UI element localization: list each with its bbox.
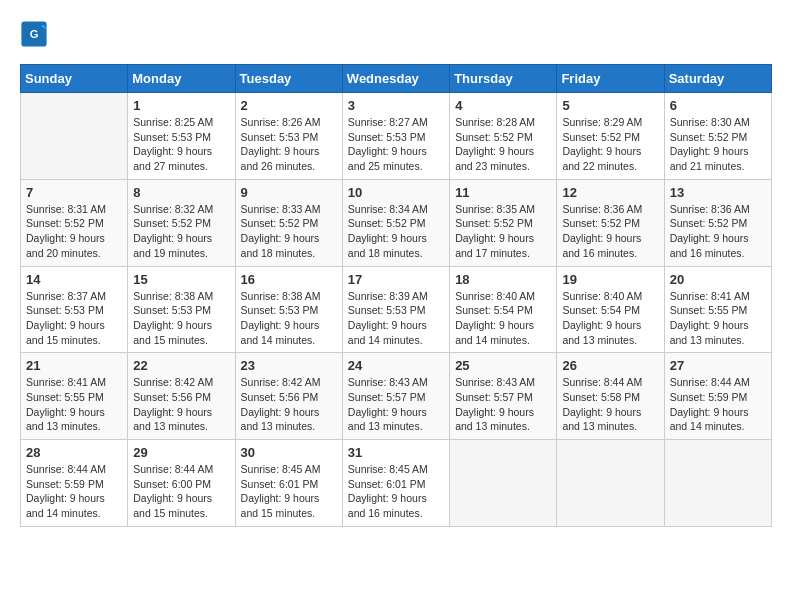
day-info: Sunrise: 8:34 AMSunset: 5:52 PMDaylight:… [348, 202, 444, 261]
calendar-cell: 8 Sunrise: 8:32 AMSunset: 5:52 PMDayligh… [128, 179, 235, 266]
calendar-week-3: 14 Sunrise: 8:37 AMSunset: 5:53 PMDaylig… [21, 266, 772, 353]
day-info: Sunrise: 8:37 AMSunset: 5:53 PMDaylight:… [26, 289, 122, 348]
calendar-cell: 10 Sunrise: 8:34 AMSunset: 5:52 PMDaylig… [342, 179, 449, 266]
day-number: 28 [26, 445, 122, 460]
day-number: 10 [348, 185, 444, 200]
logo: G [20, 20, 52, 48]
day-number: 6 [670, 98, 766, 113]
calendar-cell: 26 Sunrise: 8:44 AMSunset: 5:58 PMDaylig… [557, 353, 664, 440]
day-info: Sunrise: 8:41 AMSunset: 5:55 PMDaylight:… [670, 289, 766, 348]
day-info: Sunrise: 8:42 AMSunset: 5:56 PMDaylight:… [241, 375, 337, 434]
calendar-cell: 1 Sunrise: 8:25 AMSunset: 5:53 PMDayligh… [128, 93, 235, 180]
day-info: Sunrise: 8:40 AMSunset: 5:54 PMDaylight:… [562, 289, 658, 348]
day-info: Sunrise: 8:44 AMSunset: 5:58 PMDaylight:… [562, 375, 658, 434]
day-info: Sunrise: 8:38 AMSunset: 5:53 PMDaylight:… [133, 289, 229, 348]
day-info: Sunrise: 8:39 AMSunset: 5:53 PMDaylight:… [348, 289, 444, 348]
day-number: 15 [133, 272, 229, 287]
day-info: Sunrise: 8:42 AMSunset: 5:56 PMDaylight:… [133, 375, 229, 434]
day-info: Sunrise: 8:32 AMSunset: 5:52 PMDaylight:… [133, 202, 229, 261]
calendar-cell: 18 Sunrise: 8:40 AMSunset: 5:54 PMDaylig… [450, 266, 557, 353]
day-info: Sunrise: 8:27 AMSunset: 5:53 PMDaylight:… [348, 115, 444, 174]
day-number: 3 [348, 98, 444, 113]
weekday-friday: Friday [557, 65, 664, 93]
day-info: Sunrise: 8:36 AMSunset: 5:52 PMDaylight:… [670, 202, 766, 261]
calendar-body: 1 Sunrise: 8:25 AMSunset: 5:53 PMDayligh… [21, 93, 772, 527]
day-number: 19 [562, 272, 658, 287]
day-info: Sunrise: 8:38 AMSunset: 5:53 PMDaylight:… [241, 289, 337, 348]
day-number: 29 [133, 445, 229, 460]
calendar-cell [21, 93, 128, 180]
weekday-saturday: Saturday [664, 65, 771, 93]
weekday-wednesday: Wednesday [342, 65, 449, 93]
weekday-tuesday: Tuesday [235, 65, 342, 93]
day-info: Sunrise: 8:31 AMSunset: 5:52 PMDaylight:… [26, 202, 122, 261]
day-number: 27 [670, 358, 766, 373]
day-number: 4 [455, 98, 551, 113]
day-info: Sunrise: 8:43 AMSunset: 5:57 PMDaylight:… [455, 375, 551, 434]
calendar-cell: 31 Sunrise: 8:45 AMSunset: 6:01 PMDaylig… [342, 440, 449, 527]
calendar: SundayMondayTuesdayWednesdayThursdayFrid… [20, 64, 772, 527]
calendar-cell: 30 Sunrise: 8:45 AMSunset: 6:01 PMDaylig… [235, 440, 342, 527]
calendar-cell: 6 Sunrise: 8:30 AMSunset: 5:52 PMDayligh… [664, 93, 771, 180]
calendar-cell: 4 Sunrise: 8:28 AMSunset: 5:52 PMDayligh… [450, 93, 557, 180]
calendar-cell: 28 Sunrise: 8:44 AMSunset: 5:59 PMDaylig… [21, 440, 128, 527]
calendar-cell: 14 Sunrise: 8:37 AMSunset: 5:53 PMDaylig… [21, 266, 128, 353]
day-info: Sunrise: 8:44 AMSunset: 6:00 PMDaylight:… [133, 462, 229, 521]
calendar-cell: 25 Sunrise: 8:43 AMSunset: 5:57 PMDaylig… [450, 353, 557, 440]
day-number: 16 [241, 272, 337, 287]
day-number: 30 [241, 445, 337, 460]
calendar-cell: 27 Sunrise: 8:44 AMSunset: 5:59 PMDaylig… [664, 353, 771, 440]
day-number: 1 [133, 98, 229, 113]
day-info: Sunrise: 8:25 AMSunset: 5:53 PMDaylight:… [133, 115, 229, 174]
calendar-cell: 20 Sunrise: 8:41 AMSunset: 5:55 PMDaylig… [664, 266, 771, 353]
day-info: Sunrise: 8:29 AMSunset: 5:52 PMDaylight:… [562, 115, 658, 174]
day-number: 22 [133, 358, 229, 373]
calendar-cell: 3 Sunrise: 8:27 AMSunset: 5:53 PMDayligh… [342, 93, 449, 180]
calendar-cell: 24 Sunrise: 8:43 AMSunset: 5:57 PMDaylig… [342, 353, 449, 440]
day-number: 12 [562, 185, 658, 200]
calendar-week-1: 1 Sunrise: 8:25 AMSunset: 5:53 PMDayligh… [21, 93, 772, 180]
day-number: 31 [348, 445, 444, 460]
calendar-cell [557, 440, 664, 527]
calendar-cell: 11 Sunrise: 8:35 AMSunset: 5:52 PMDaylig… [450, 179, 557, 266]
day-number: 9 [241, 185, 337, 200]
svg-text:G: G [30, 28, 39, 40]
calendar-cell: 29 Sunrise: 8:44 AMSunset: 6:00 PMDaylig… [128, 440, 235, 527]
calendar-cell: 15 Sunrise: 8:38 AMSunset: 5:53 PMDaylig… [128, 266, 235, 353]
day-number: 17 [348, 272, 444, 287]
day-number: 11 [455, 185, 551, 200]
calendar-cell: 22 Sunrise: 8:42 AMSunset: 5:56 PMDaylig… [128, 353, 235, 440]
calendar-cell [450, 440, 557, 527]
day-info: Sunrise: 8:30 AMSunset: 5:52 PMDaylight:… [670, 115, 766, 174]
calendar-cell: 23 Sunrise: 8:42 AMSunset: 5:56 PMDaylig… [235, 353, 342, 440]
weekday-monday: Monday [128, 65, 235, 93]
day-info: Sunrise: 8:45 AMSunset: 6:01 PMDaylight:… [241, 462, 337, 521]
logo-icon: G [20, 20, 48, 48]
calendar-cell: 12 Sunrise: 8:36 AMSunset: 5:52 PMDaylig… [557, 179, 664, 266]
day-number: 24 [348, 358, 444, 373]
calendar-cell: 5 Sunrise: 8:29 AMSunset: 5:52 PMDayligh… [557, 93, 664, 180]
day-number: 14 [26, 272, 122, 287]
day-number: 8 [133, 185, 229, 200]
weekday-header: SundayMondayTuesdayWednesdayThursdayFrid… [21, 65, 772, 93]
day-info: Sunrise: 8:41 AMSunset: 5:55 PMDaylight:… [26, 375, 122, 434]
calendar-week-2: 7 Sunrise: 8:31 AMSunset: 5:52 PMDayligh… [21, 179, 772, 266]
calendar-cell [664, 440, 771, 527]
day-info: Sunrise: 8:36 AMSunset: 5:52 PMDaylight:… [562, 202, 658, 261]
day-info: Sunrise: 8:33 AMSunset: 5:52 PMDaylight:… [241, 202, 337, 261]
day-number: 18 [455, 272, 551, 287]
calendar-cell: 13 Sunrise: 8:36 AMSunset: 5:52 PMDaylig… [664, 179, 771, 266]
calendar-cell: 16 Sunrise: 8:38 AMSunset: 5:53 PMDaylig… [235, 266, 342, 353]
day-info: Sunrise: 8:43 AMSunset: 5:57 PMDaylight:… [348, 375, 444, 434]
calendar-cell: 7 Sunrise: 8:31 AMSunset: 5:52 PMDayligh… [21, 179, 128, 266]
day-info: Sunrise: 8:28 AMSunset: 5:52 PMDaylight:… [455, 115, 551, 174]
day-number: 2 [241, 98, 337, 113]
day-number: 5 [562, 98, 658, 113]
day-number: 21 [26, 358, 122, 373]
day-number: 23 [241, 358, 337, 373]
calendar-cell: 17 Sunrise: 8:39 AMSunset: 5:53 PMDaylig… [342, 266, 449, 353]
calendar-cell: 21 Sunrise: 8:41 AMSunset: 5:55 PMDaylig… [21, 353, 128, 440]
day-info: Sunrise: 8:44 AMSunset: 5:59 PMDaylight:… [26, 462, 122, 521]
day-info: Sunrise: 8:44 AMSunset: 5:59 PMDaylight:… [670, 375, 766, 434]
day-info: Sunrise: 8:35 AMSunset: 5:52 PMDaylight:… [455, 202, 551, 261]
